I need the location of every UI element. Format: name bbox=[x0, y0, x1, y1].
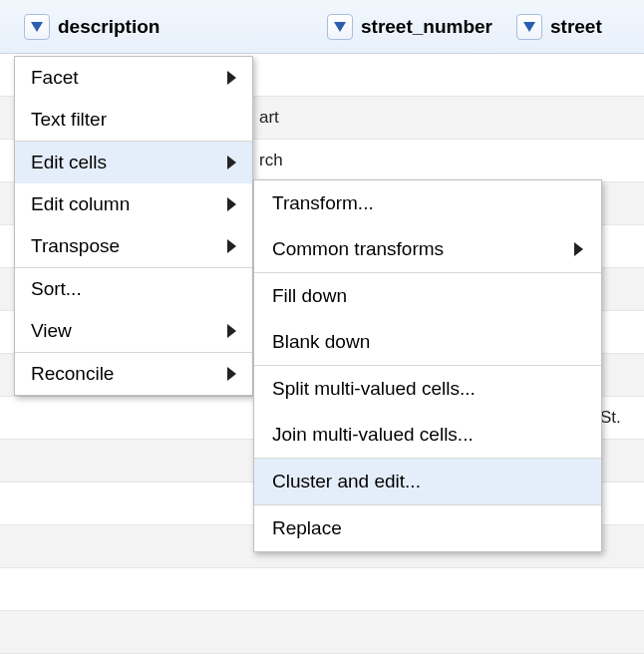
submenu-edit-cells: Transform... Common transforms Fill down… bbox=[253, 179, 602, 552]
submenu-item-join-multi[interactable]: Join multi-valued cells... bbox=[254, 412, 601, 458]
submenu-arrow-icon bbox=[227, 197, 236, 211]
menu-item-sort[interactable]: Sort... bbox=[15, 268, 252, 310]
menu-item-label: View bbox=[31, 320, 72, 342]
menu-item-transpose[interactable]: Transpose bbox=[15, 225, 252, 267]
column-header-description: description bbox=[14, 8, 317, 46]
submenu-item-fill-down[interactable]: Fill down bbox=[254, 273, 601, 319]
column-header-street-number: street_number bbox=[317, 8, 506, 46]
menu-item-label: Transpose bbox=[31, 235, 120, 257]
menu-item-view[interactable]: View bbox=[15, 310, 252, 352]
table-header-row: description street_number street bbox=[0, 0, 644, 54]
column-menu-button-street-number[interactable] bbox=[327, 14, 353, 40]
dropdown-icon bbox=[31, 22, 43, 32]
column-label-street-number: street_number bbox=[361, 16, 492, 38]
menu-item-label: Text filter bbox=[31, 109, 107, 131]
submenu-item-split-multi[interactable]: Split multi-valued cells... bbox=[254, 366, 601, 412]
column-header-street: street bbox=[506, 8, 644, 46]
dropdown-icon bbox=[334, 22, 346, 32]
svg-marker-2 bbox=[523, 22, 535, 32]
menu-item-edit-column[interactable]: Edit column bbox=[15, 183, 252, 225]
submenu-item-cluster-edit[interactable]: Cluster and edit... bbox=[254, 459, 601, 504]
submenu-item-label: Split multi-valued cells... bbox=[272, 378, 476, 400]
submenu-item-label: Replace bbox=[272, 517, 342, 539]
menu-item-edit-cells[interactable]: Edit cells bbox=[15, 142, 252, 183]
submenu-item-label: Transform... bbox=[272, 192, 374, 214]
submenu-arrow-icon bbox=[227, 156, 236, 169]
column-menu-button-street[interactable] bbox=[516, 14, 542, 40]
submenu-item-label: Join multi-valued cells... bbox=[272, 424, 474, 446]
submenu-arrow-icon bbox=[227, 367, 236, 381]
column-menu-button-description[interactable] bbox=[24, 14, 50, 40]
dropdown-icon bbox=[523, 22, 535, 32]
menu-item-label: Edit cells bbox=[31, 152, 107, 173]
submenu-item-label: Cluster and edit... bbox=[272, 471, 421, 492]
column-label-street: street bbox=[550, 16, 602, 38]
table-row bbox=[0, 611, 644, 654]
submenu-arrow-icon bbox=[574, 242, 583, 256]
menu-item-label: Reconcile bbox=[31, 363, 114, 385]
menu-item-text-filter[interactable]: Text filter bbox=[15, 99, 252, 141]
submenu-item-label: Blank down bbox=[272, 331, 370, 353]
submenu-arrow-icon bbox=[227, 71, 236, 85]
menu-item-label: Facet bbox=[31, 67, 79, 89]
submenu-item-transform[interactable]: Transform... bbox=[254, 180, 601, 226]
submenu-item-label: Common transforms bbox=[272, 238, 444, 260]
svg-marker-1 bbox=[334, 22, 346, 32]
svg-marker-0 bbox=[31, 22, 43, 32]
column-menu: Facet Text filter Edit cells Edit column… bbox=[14, 56, 253, 396]
table-row bbox=[0, 568, 644, 611]
menu-item-reconcile[interactable]: Reconcile bbox=[15, 353, 252, 395]
menu-item-facet[interactable]: Facet bbox=[15, 57, 252, 99]
submenu-item-common-transforms[interactable]: Common transforms bbox=[254, 226, 601, 272]
submenu-item-replace[interactable]: Replace bbox=[254, 505, 601, 551]
submenu-arrow-icon bbox=[227, 239, 236, 253]
submenu-arrow-icon bbox=[227, 324, 236, 338]
menu-item-label: Edit column bbox=[31, 193, 130, 215]
column-label-description: description bbox=[58, 16, 160, 38]
submenu-item-label: Fill down bbox=[272, 285, 347, 307]
menu-item-label: Sort... bbox=[31, 278, 82, 300]
submenu-item-blank-down[interactable]: Blank down bbox=[254, 319, 601, 365]
